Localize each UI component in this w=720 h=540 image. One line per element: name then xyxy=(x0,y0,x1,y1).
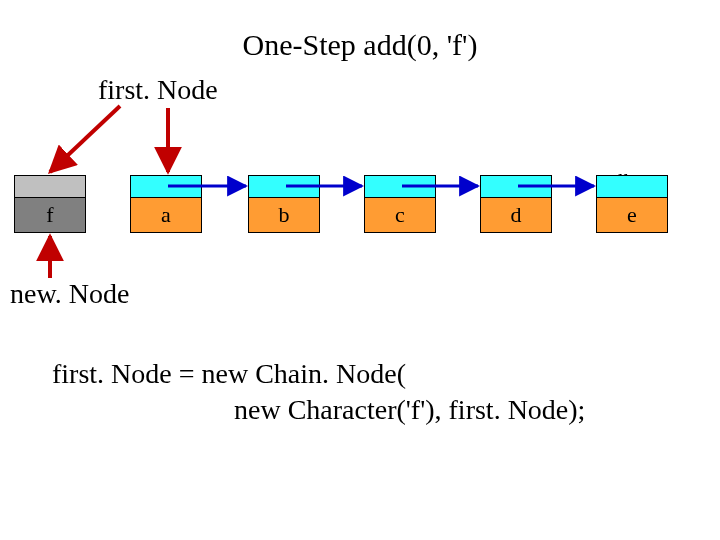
node-f: f xyxy=(14,175,86,233)
code-line-2: new Character('f'), first. Node); xyxy=(52,394,585,426)
node-b-data-cell: b xyxy=(249,198,319,232)
node-d: d xyxy=(480,175,552,233)
node-c-pointer-cell xyxy=(365,176,435,198)
node-a-data-cell: a xyxy=(131,198,201,232)
node-d-data-cell: d xyxy=(481,198,551,232)
slide-title: One-Step add(0, 'f') xyxy=(0,28,720,62)
node-e-data-cell: e xyxy=(597,198,667,232)
code-line-1: first. Node = new Chain. Node( xyxy=(52,358,406,390)
node-c-data-cell: c xyxy=(365,198,435,232)
node-b: b xyxy=(248,175,320,233)
node-a: a xyxy=(130,175,202,233)
node-f-pointer-cell xyxy=(15,176,85,198)
first-node-label: first. Node xyxy=(98,74,218,106)
arrow-firstnode-to-f xyxy=(50,106,120,172)
node-b-pointer-cell xyxy=(249,176,319,198)
node-f-data-cell: f xyxy=(15,198,85,232)
node-e: e xyxy=(596,175,668,233)
node-c: c xyxy=(364,175,436,233)
new-node-label: new. Node xyxy=(10,278,129,310)
node-d-pointer-cell xyxy=(481,176,551,198)
node-e-pointer-cell xyxy=(597,176,667,198)
node-a-pointer-cell xyxy=(131,176,201,198)
